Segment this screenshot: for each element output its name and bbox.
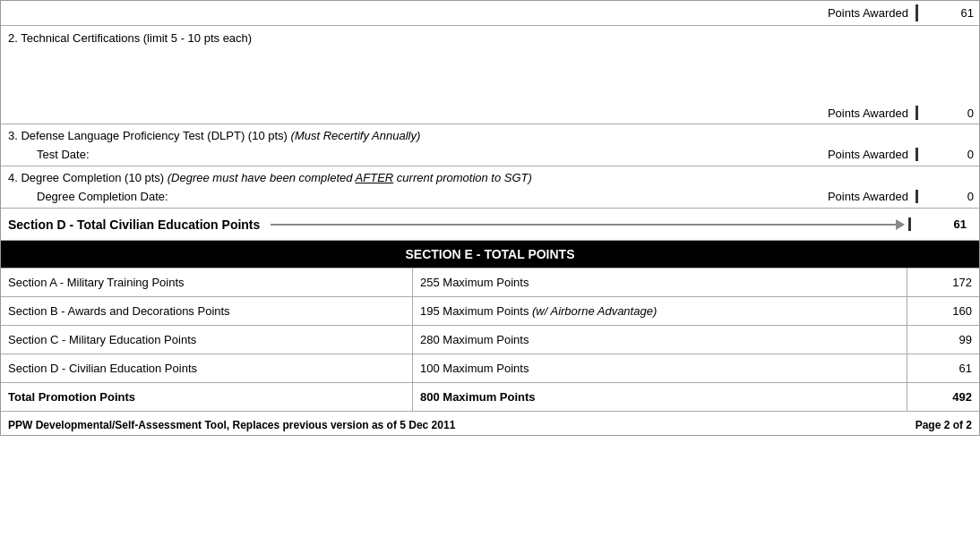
section2-content — [1, 48, 979, 102]
top-points-value: 61 — [925, 6, 979, 20]
section3-points-value: 0 — [925, 148, 979, 161]
military-education-label: Section C - Military Education Points — [8, 333, 196, 346]
section3-divider — [916, 148, 918, 161]
awards-points: 160 — [952, 304, 972, 318]
military-training-points: 172 — [952, 276, 972, 289]
section-d-right: 61 — [908, 217, 972, 231]
col-points-military-training: 172 — [907, 268, 979, 296]
section-e-title: SECTION E - TOTAL POINTS — [405, 247, 574, 261]
section-d-arrow-line — [271, 224, 898, 226]
col-points-awards: 160 — [907, 297, 979, 325]
awards-label: Section B - Awards and Decorations Point… — [8, 304, 230, 318]
section4-block: 4. Degree Completion (10 pts) (Degree mu… — [1, 166, 979, 209]
section2-points-value: 0 — [925, 107, 979, 120]
section3-bottom-row: Test Date: Points Awarded 0 — [1, 144, 979, 166]
section3-title: 3. Defense Language Proficiency Test (DL… — [8, 129, 288, 142]
footer-left: PPW Developmental/Self-Assessment Tool, … — [8, 419, 455, 431]
section-e-row-civilian-education: Section D - Civilian Education Points 10… — [1, 354, 979, 383]
section4-title-row: 4. Degree Completion (10 pts) (Degree mu… — [1, 166, 979, 186]
section4-right: Points Awarded 0 — [828, 190, 979, 203]
section4-points-value: 0 — [925, 190, 979, 203]
section-e-header: SECTION E - TOTAL POINTS — [1, 241, 979, 268]
section4-title-end: current promotion to SGT) — [397, 171, 532, 184]
section2-bottom: Points Awarded 0 — [1, 102, 979, 124]
section-d-arrow — [271, 224, 898, 226]
col-label-civilian-education: Section D - Civilian Education Points — [1, 354, 413, 382]
col-max-civilian-education: 100 Maximum Points — [413, 354, 907, 382]
section2-points-label: Points Awarded — [828, 107, 908, 120]
section-e-row-awards: Section B - Awards and Decorations Point… — [1, 297, 979, 326]
section3-title-italic: (Must Recertify Annually) — [291, 129, 421, 142]
col-label-awards: Section B - Awards and Decorations Point… — [1, 297, 413, 325]
section2-block: 2. Technical Certifications (limit 5 - 1… — [1, 26, 979, 124]
col-points-total: 492 — [907, 383, 979, 411]
section-d-divider — [908, 217, 911, 231]
military-education-points: 99 — [959, 333, 972, 346]
col-label-military-training: Section A - Military Training Points — [1, 268, 413, 296]
section3-block: 3. Defense Language Proficiency Test (DL… — [1, 124, 979, 166]
total-max: 800 Maximum Points — [420, 390, 536, 404]
section4-completion-date-label: Degree Completion Date: — [1, 190, 168, 203]
section4-title-underline: AFTER — [356, 171, 394, 184]
total-points: 492 — [952, 390, 972, 404]
top-points-label: Points Awarded — [828, 6, 908, 20]
section3-test-date-label: Test Date: — [1, 148, 90, 161]
main-container: Points Awarded 61 2. Technical Certifica… — [0, 0, 980, 436]
military-training-max: 255 Maximum Points — [420, 276, 529, 289]
section3-title-row: 3. Defense Language Proficiency Test (DL… — [1, 124, 979, 144]
col-label-military-education: Section C - Military Education Points — [1, 326, 413, 354]
col-max-awards: 195 Maximum Points (w/ Airborne Advantag… — [413, 297, 907, 325]
footer-right: Page 2 of 2 — [916, 419, 972, 431]
col-max-military-education: 280 Maximum Points — [413, 326, 907, 354]
awards-max-prefix: 195 Maximum Points — [420, 304, 529, 318]
col-points-civilian-education: 61 — [907, 354, 979, 382]
section2-divider — [916, 106, 918, 120]
section-e-total-row: Total Promotion Points 800 Maximum Point… — [1, 383, 979, 412]
section-d-total-row: Section D - Total Civilian Education Poi… — [1, 209, 979, 241]
section4-title-start: 4. Degree Completion (10 pts) — [8, 171, 164, 184]
civilian-education-label: Section D - Civilian Education Points — [8, 362, 197, 375]
military-training-label: Section A - Military Training Points — [8, 276, 185, 289]
military-education-max: 280 Maximum Points — [420, 333, 529, 346]
total-label: Total Promotion Points — [8, 390, 135, 404]
civilian-education-points: 61 — [959, 362, 972, 375]
top-points-row: Points Awarded 61 — [1, 1, 979, 26]
section4-title-italic: (Degree must have been completed — [168, 171, 356, 184]
section4-divider — [916, 190, 918, 203]
section3-points-label: Points Awarded — [828, 148, 908, 161]
section2-title-text: 2. Technical Certifications (limit 5 - 1… — [8, 31, 252, 45]
col-points-military-education: 99 — [907, 326, 979, 354]
section-e-row-military-training: Section A - Military Training Points 255… — [1, 268, 979, 297]
section-d-points-value: 61 — [918, 217, 972, 231]
col-max-total: 800 Maximum Points — [413, 383, 907, 411]
top-divider — [916, 4, 918, 21]
civilian-education-max: 100 Maximum Points — [420, 362, 529, 375]
section3-right: Points Awarded 0 — [828, 148, 979, 161]
col-label-total: Total Promotion Points — [1, 383, 413, 411]
awards-max-italic: (w/ Airborne Advantage) — [529, 304, 657, 318]
section4-bottom-row: Degree Completion Date: Points Awarded 0 — [1, 186, 979, 208]
col-max-military-training: 255 Maximum Points — [413, 268, 907, 296]
section4-points-label: Points Awarded — [828, 190, 908, 203]
footer: PPW Developmental/Self-Assessment Tool, … — [1, 412, 979, 435]
section2-title: 2. Technical Certifications (limit 5 - 1… — [1, 26, 979, 48]
section-e-row-military-education: Section C - Military Education Points 28… — [1, 326, 979, 354]
section-d-label: Section D - Total Civilian Education Poi… — [8, 217, 260, 232]
